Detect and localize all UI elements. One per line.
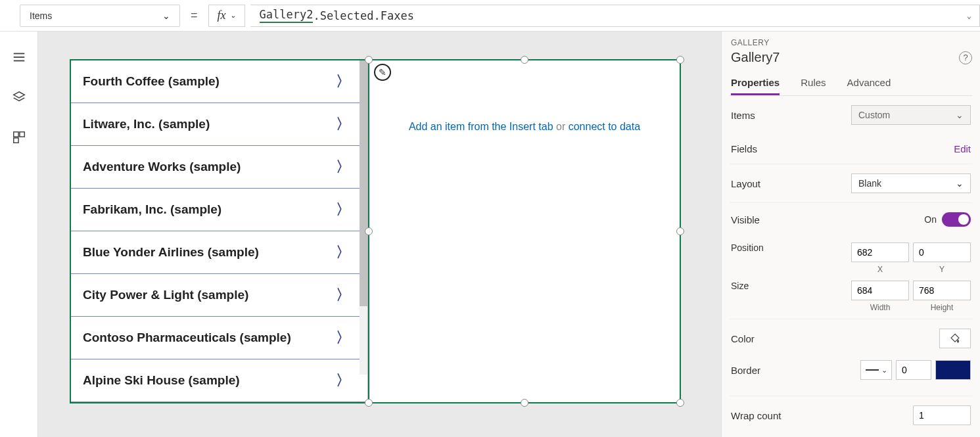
- border-style-dropdown[interactable]: ⌄: [860, 360, 892, 380]
- list-item[interactable]: Adventure Works (sample)〉: [71, 146, 367, 189]
- layout-dropdown[interactable]: Blank ⌄: [851, 173, 971, 193]
- items-label: Items: [731, 110, 755, 121]
- empty-gallery-placeholder: Add an item from the Insert tab or conne…: [369, 121, 680, 133]
- chevron-right-icon[interactable]: 〉: [336, 72, 350, 91]
- border-line-icon: [866, 369, 879, 371]
- tab-rules[interactable]: Rules: [801, 77, 826, 95]
- position-y-input[interactable]: [913, 242, 971, 262]
- list-item-label: Adventure Works (sample): [83, 160, 241, 174]
- position-y-sublabel: Y: [913, 265, 971, 274]
- formula-rest: .Selected.Faxes: [313, 9, 414, 22]
- list-item-label: Blue Yonder Airlines (sample): [83, 245, 259, 260]
- fields-edit-link[interactable]: Edit: [954, 143, 971, 154]
- chevron-down-icon: ⌄: [956, 178, 964, 189]
- visible-state: On: [924, 214, 937, 225]
- list-item-label: Litware, Inc. (sample): [83, 117, 210, 131]
- svg-rect-6: [13, 138, 18, 143]
- list-item-label: Fourth Coffee (sample): [83, 74, 220, 89]
- resize-handle[interactable]: [676, 227, 684, 235]
- chevron-right-icon[interactable]: 〉: [336, 328, 350, 348]
- list-item[interactable]: City Power & Light (sample)〉: [71, 274, 367, 317]
- chevron-down-icon: ⌄: [230, 11, 236, 20]
- edit-template-icon[interactable]: ✎: [374, 64, 391, 81]
- chevron-down-icon: ⌄: [162, 11, 170, 21]
- size-width-sublabel: Width: [851, 303, 909, 312]
- equals-sign: =: [185, 9, 203, 22]
- app-canvas[interactable]: Fourth Coffee (sample)〉 Litware, Inc. (s…: [70, 59, 681, 403]
- list-item-label: City Power & Light (sample): [83, 288, 248, 302]
- layout-value: Blank: [858, 178, 881, 189]
- chevron-down-icon: ⌄: [956, 110, 964, 120]
- main-area: Fourth Coffee (sample)〉 Litware, Inc. (s…: [0, 32, 980, 437]
- formula-bar: Items ⌄ = fx ⌄ Gallery2.Selected.Faxes ⌄: [0, 0, 980, 32]
- toggle-track[interactable]: [942, 212, 971, 227]
- scrollbar-thumb[interactable]: [360, 60, 367, 306]
- layout-label: Layout: [731, 178, 760, 189]
- tab-advanced[interactable]: Advanced: [847, 77, 891, 95]
- list-item[interactable]: Litware, Inc. (sample)〉: [71, 103, 367, 146]
- fx-button[interactable]: fx ⌄: [208, 5, 245, 27]
- toggle-knob: [958, 214, 969, 225]
- position-x-input[interactable]: [851, 242, 909, 262]
- formula-input[interactable]: Gallery2.Selected.Faxes ⌄: [250, 5, 980, 27]
- left-rail: [0, 32, 38, 437]
- chevron-right-icon[interactable]: 〉: [336, 200, 350, 219]
- position-x-sublabel: X: [851, 265, 909, 274]
- property-selector[interactable]: Items ⌄: [20, 5, 180, 27]
- hamburger-icon[interactable]: [12, 50, 26, 66]
- list-item[interactable]: Fabrikam, Inc. (sample)〉: [71, 189, 367, 231]
- size-width-input[interactable]: [851, 281, 909, 300]
- size-height-input[interactable]: [913, 281, 971, 300]
- list-item[interactable]: Fourth Coffee (sample)〉: [71, 60, 367, 103]
- resize-handle[interactable]: [365, 399, 373, 407]
- resize-handle[interactable]: [521, 56, 528, 64]
- svg-marker-3: [13, 92, 24, 98]
- list-item[interactable]: Alpine Ski House (sample)〉: [71, 359, 367, 402]
- wrap-count-label: Wrap count: [731, 410, 781, 421]
- resize-handle[interactable]: [365, 56, 373, 64]
- svg-rect-4: [13, 132, 18, 137]
- border-label: Border: [731, 365, 760, 376]
- chevron-right-icon[interactable]: 〉: [336, 157, 350, 177]
- gallery2[interactable]: Fourth Coffee (sample)〉 Litware, Inc. (s…: [71, 60, 368, 402]
- connect-data-link[interactable]: connect to data: [569, 121, 640, 132]
- size-label: Size: [731, 281, 749, 291]
- tab-properties[interactable]: Properties: [731, 77, 780, 95]
- chevron-right-icon[interactable]: 〉: [336, 114, 350, 134]
- visible-toggle[interactable]: On: [924, 212, 971, 227]
- svg-rect-5: [19, 132, 24, 137]
- resize-handle[interactable]: [365, 227, 373, 235]
- help-icon[interactable]: ?: [959, 51, 972, 64]
- color-label: Color: [731, 333, 755, 344]
- insert-item-link[interactable]: Add an item from the Insert tab: [409, 121, 553, 132]
- chevron-right-icon[interactable]: 〉: [336, 371, 350, 390]
- wrap-count-input[interactable]: [913, 405, 971, 425]
- fill-icon: [949, 333, 961, 344]
- color-picker[interactable]: [939, 329, 971, 348]
- border-width-input[interactable]: [896, 360, 931, 380]
- items-value: Custom: [858, 110, 890, 120]
- panel-control-name: Gallery7: [730, 50, 780, 65]
- grid-icon[interactable]: [12, 130, 26, 147]
- chevron-down-icon[interactable]: ⌄: [967, 11, 971, 20]
- resize-handle[interactable]: [676, 399, 684, 407]
- panel-category-label: GALLERY: [730, 38, 972, 47]
- chevron-right-icon[interactable]: 〉: [336, 242, 350, 262]
- list-item-label: Fabrikam, Inc. (sample): [83, 202, 222, 217]
- position-label: Position: [731, 242, 764, 253]
- list-item-label: Contoso Pharmaceuticals (sample): [83, 331, 291, 345]
- gallery7-selected[interactable]: ✎ Add an item from the Insert tab or con…: [368, 60, 680, 402]
- panel-tabs: Properties Rules Advanced: [730, 77, 972, 96]
- list-item[interactable]: Blue Yonder Airlines (sample)〉: [71, 231, 367, 274]
- items-dropdown[interactable]: Custom ⌄: [851, 105, 971, 125]
- list-item[interactable]: Contoso Pharmaceuticals (sample)〉: [71, 317, 367, 359]
- layers-icon[interactable]: [12, 90, 26, 106]
- border-color-picker[interactable]: [935, 360, 971, 380]
- fx-label: fx: [218, 9, 226, 22]
- visible-label: Visible: [731, 214, 760, 225]
- canvas-area[interactable]: Fourth Coffee (sample)〉 Litware, Inc. (s…: [38, 32, 721, 437]
- formula-token-gallery2: Gallery2: [260, 8, 314, 23]
- resize-handle[interactable]: [521, 399, 528, 407]
- chevron-right-icon[interactable]: 〉: [336, 285, 350, 305]
- resize-handle[interactable]: [676, 56, 684, 64]
